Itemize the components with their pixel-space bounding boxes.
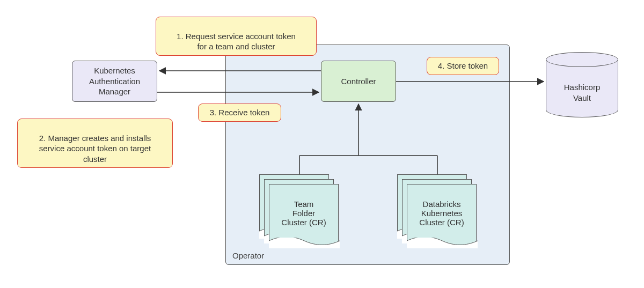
dbk-cr-label: Databricks Kubernetes Cluster (CR): [419, 200, 464, 227]
operator-label: Operator: [232, 251, 264, 260]
callout-step-3: 3. Receive token: [198, 104, 281, 122]
kam-label: Kubernetes Authentication Manager: [89, 65, 140, 97]
callout-step-1: 1. Request service account token for a t…: [156, 17, 317, 56]
team-cr-label: Team Folder Cluster (CR): [281, 200, 326, 227]
callout-step-1-text: 1. Request service account token for a t…: [177, 32, 296, 51]
controller-node: Controller: [321, 61, 396, 102]
callout-step-3-text: 3. Receive token: [210, 108, 270, 117]
vault-label: Hashicorp Vault: [546, 82, 618, 103]
controller-label: Controller: [341, 76, 376, 87]
callout-step-2-text: 2. Manager creates and installs service …: [39, 134, 151, 164]
callout-step-4: 4. Store token: [427, 57, 499, 75]
databricks-kubernetes-cluster-cr-node: Databricks Kubernetes Cluster (CR): [397, 174, 478, 248]
callout-step-4-text: 4. Store token: [438, 61, 488, 70]
callout-step-2: 2. Manager creates and installs service …: [17, 119, 173, 168]
team-folder-cluster-cr-node: Team Folder Cluster (CR): [259, 174, 340, 248]
kubernetes-auth-manager-node: Kubernetes Authentication Manager: [72, 61, 157, 102]
hashicorp-vault-node: Hashicorp Vault: [546, 52, 618, 122]
